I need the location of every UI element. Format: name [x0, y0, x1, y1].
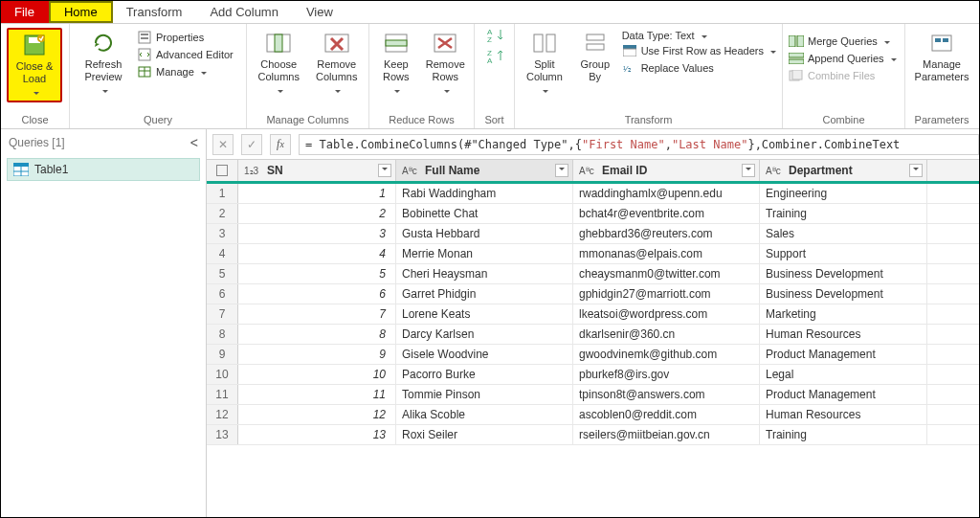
table-row[interactable]: 1111Tommie Pinsontpinson8t@answers.comPr…	[207, 385, 979, 405]
tab-file[interactable]: File	[1, 1, 49, 23]
cell-sn[interactable]: 6	[238, 284, 396, 304]
column-header-sn[interactable]: 1₂3 SN	[238, 160, 396, 181]
tab-home[interactable]: Home	[49, 1, 113, 23]
column-filter-button[interactable]	[742, 164, 755, 177]
cell-sn[interactable]: 5	[238, 264, 396, 283]
cell-email[interactable]: lkeatsoi@wordpress.com	[573, 304, 760, 324]
manage-parameters-button[interactable]: Manage Parameters	[911, 28, 972, 84]
cell-name[interactable]: Darcy Karlsen	[396, 325, 573, 344]
accept-formula-button[interactable]: ✓	[241, 134, 262, 155]
table-row[interactable]: 22Bobinette Chatbchat4r@eventbrite.comTr…	[207, 204, 979, 224]
cell-email[interactable]: pburkef8@irs.gov	[573, 365, 760, 384]
table-row[interactable]: 77Lorene Keatslkeatsoi@wordpress.comMark…	[207, 304, 979, 325]
cell-dept[interactable]: Business Development	[760, 264, 927, 283]
table-row[interactable]: 11Rabi Waddinghamrwaddinghamlx@upenn.edu…	[207, 184, 979, 204]
cell-email[interactable]: gphidgin27@marriott.com	[573, 284, 760, 304]
column-header-full-name[interactable]: Aᴮc Full Name	[396, 160, 573, 181]
cell-name[interactable]: Rabi Waddingham	[396, 184, 573, 203]
table-row[interactable]: 99Gisele Woodvinegwoodvinemk@github.comP…	[207, 345, 979, 365]
advanced-editor-button[interactable]: Advanced Editor	[137, 47, 234, 62]
keep-rows-button[interactable]: Keep Rows	[375, 28, 417, 99]
close-and-load-button[interactable]: Close & Load	[7, 28, 62, 102]
tab-add-column[interactable]: Add Column	[196, 1, 293, 23]
column-filter-button[interactable]	[378, 164, 391, 177]
cell-dept[interactable]: Product Management	[760, 345, 927, 364]
use-first-row-headers-button[interactable]: Use First Row as Headers	[622, 43, 776, 58]
table-row[interactable]: 1010Pacorro Burkepburkef8@irs.govLegal	[207, 365, 979, 385]
table-row[interactable]: 88Darcy Karlsendkarlsenir@360.cnHuman Re…	[207, 325, 979, 345]
cell-name[interactable]: Garret Phidgin	[396, 284, 573, 304]
cell-name[interactable]: Bobinette Chat	[396, 204, 573, 223]
remove-columns-button[interactable]: Remove Columns	[311, 28, 364, 99]
table-row[interactable]: 1313Roxi Seilerrseilers@miitbeian.gov.cn…	[207, 425, 979, 445]
cell-email[interactable]: tpinson8t@answers.com	[573, 385, 760, 404]
cell-dept[interactable]: Training	[760, 425, 927, 444]
cell-email[interactable]: ascoblen0@reddit.com	[573, 405, 760, 424]
cell-dept[interactable]: Human Resources	[760, 325, 927, 344]
cancel-formula-button[interactable]: ✕	[212, 134, 234, 155]
cell-name[interactable]: Tommie Pinson	[396, 385, 573, 404]
cell-email[interactable]: rwaddinghamlx@upenn.edu	[573, 184, 760, 203]
table-row[interactable]: 1212Alika Scobleascoblen0@reddit.comHuma…	[207, 405, 979, 425]
sort-desc-button[interactable]: ZA	[487, 49, 502, 64]
cell-email[interactable]: rseilers@miitbeian.gov.cn	[573, 425, 760, 444]
remove-rows-button[interactable]: Remove Rows	[423, 28, 468, 99]
choose-columns-button[interactable]: Choose Columns	[253, 28, 305, 99]
cell-dept[interactable]: Engineering	[760, 184, 927, 203]
tab-transform[interactable]: Transform	[113, 1, 197, 23]
cell-sn[interactable]: 12	[238, 405, 396, 424]
cell-email[interactable]: gwoodvinemk@github.com	[573, 345, 760, 364]
formula-input[interactable]: = Table.CombineColumns(#"Changed Type",{…	[299, 134, 979, 155]
column-filter-button[interactable]	[909, 164, 923, 177]
properties-button[interactable]: Properties	[137, 30, 234, 45]
table-row[interactable]: 33Gusta Hebbardghebbard36@reuters.comSal…	[207, 224, 979, 244]
cell-name[interactable]: Cheri Heaysman	[396, 264, 573, 283]
cell-email[interactable]: cheaysmanm0@twitter.com	[573, 264, 760, 283]
cell-name[interactable]: Lorene Keats	[396, 304, 573, 324]
merge-queries-button[interactable]: Merge Queries	[789, 34, 897, 49]
replace-values-button[interactable]: ¹⁄₂ Replace Values	[622, 60, 776, 76]
cell-dept[interactable]: Sales	[760, 224, 927, 243]
cell-dept[interactable]: Human Resources	[760, 405, 927, 424]
cell-sn[interactable]: 2	[238, 204, 396, 223]
cell-sn[interactable]: 7	[238, 304, 396, 324]
cell-sn[interactable]: 1	[238, 184, 396, 203]
data-type-button[interactable]: Data Type: Text	[622, 30, 776, 41]
cell-name[interactable]: Gisele Woodvine	[396, 345, 573, 364]
column-header-email[interactable]: Aᴮc Email ID	[573, 160, 760, 181]
cell-sn[interactable]: 13	[238, 425, 396, 444]
cell-sn[interactable]: 9	[238, 345, 396, 364]
cell-email[interactable]: bchat4r@eventbrite.com	[573, 204, 760, 223]
fx-button[interactable]: fx	[270, 134, 291, 155]
cell-sn[interactable]: 4	[238, 244, 396, 263]
cell-dept[interactable]: Product Management	[760, 385, 927, 404]
cell-dept[interactable]: Legal	[760, 365, 927, 384]
table-row[interactable]: 55Cheri Heaysmancheaysmanm0@twitter.comB…	[207, 264, 979, 284]
column-filter-button[interactable]	[555, 164, 568, 177]
cell-email[interactable]: ghebbard36@reuters.com	[573, 224, 760, 243]
append-queries-button[interactable]: Append Queries	[789, 51, 897, 66]
cell-dept[interactable]: Business Development	[760, 284, 927, 304]
tab-view[interactable]: View	[293, 1, 347, 23]
cell-sn[interactable]: 3	[238, 224, 396, 243]
query-item-table1[interactable]: Table1	[7, 158, 200, 181]
cell-name[interactable]: Alika Scoble	[396, 405, 573, 424]
cell-name[interactable]: Pacorro Burke	[396, 365, 573, 384]
manage-button[interactable]: Manage	[137, 64, 234, 79]
cell-email[interactable]: dkarlsenir@360.cn	[573, 325, 760, 344]
combine-files-button[interactable]: Combine Files	[789, 68, 897, 83]
sort-asc-button[interactable]: AZ	[487, 28, 502, 43]
column-header-department[interactable]: Aᴮc Department	[760, 160, 927, 181]
table-row[interactable]: 44Merrie Monanmmonanas@elpais.comSupport	[207, 244, 979, 264]
cell-sn[interactable]: 8	[238, 325, 396, 344]
cell-dept[interactable]: Support	[760, 244, 927, 263]
cell-dept[interactable]: Marketing	[760, 304, 927, 324]
cell-name[interactable]: Merrie Monan	[396, 244, 573, 263]
cell-sn[interactable]: 10	[238, 365, 396, 384]
split-column-button[interactable]: Split Column	[521, 28, 568, 99]
cell-name[interactable]: Roxi Seiler	[396, 425, 573, 444]
collapse-pane-button[interactable]: <	[190, 135, 198, 150]
cell-name[interactable]: Gusta Hebbard	[396, 224, 573, 243]
table-row[interactable]: 66Garret Phidgingphidgin27@marriott.comB…	[207, 284, 979, 304]
table-corner-button[interactable]	[207, 160, 238, 181]
